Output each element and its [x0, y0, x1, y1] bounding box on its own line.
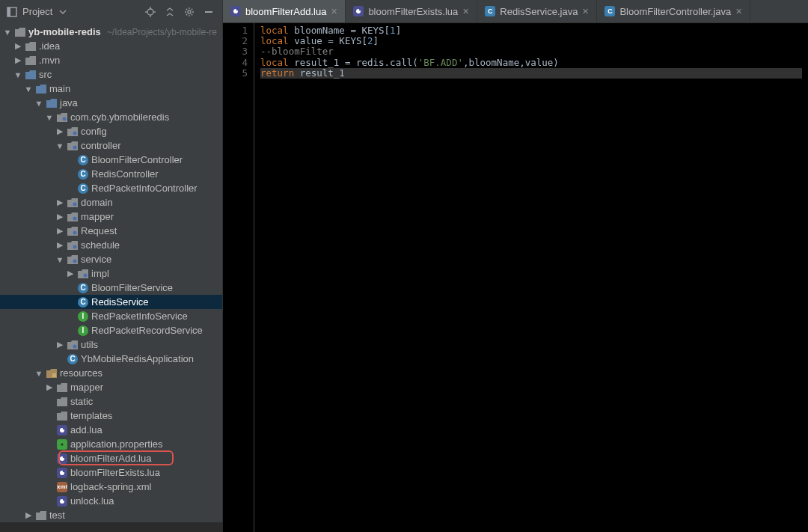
class-icon: C — [78, 169, 88, 180]
chevron-down-icon[interactable] — [57, 6, 69, 18]
tree-item[interactable]: ▼src — [0, 67, 222, 82]
hide-icon[interactable] — [201, 4, 216, 19]
svg-rect-23 — [52, 373, 56, 377]
package-icon — [67, 198, 78, 208]
tree-item[interactable]: ▶impl — [0, 266, 222, 281]
close-tab-icon[interactable]: ✕ — [582, 7, 589, 16]
tree-item[interactable]: CBloomFilterService — [0, 281, 222, 295]
code-editor[interactable]: 12345 local bloomName = KEYS[1]local val… — [223, 23, 808, 532]
tree-item[interactable]: ▼java — [0, 96, 222, 110]
svg-point-20 — [73, 259, 77, 263]
svg-point-7 — [188, 10, 191, 13]
project-title: Project — [22, 6, 52, 17]
tree-item[interactable]: bloomFilterAdd.lua — [0, 451, 222, 465]
collapse-all-icon[interactable] — [162, 4, 177, 19]
tree-item[interactable]: ▶config — [0, 124, 222, 138]
tree-item[interactable]: ▶schedule — [0, 238, 222, 252]
locate-icon[interactable] — [143, 4, 158, 19]
code-line[interactable]: local result_1 = redis.call('BF.ADD',blo… — [260, 58, 802, 68]
tree-item[interactable]: ▶Request — [0, 224, 222, 238]
java-file-icon: C — [605, 6, 615, 16]
close-tab-icon[interactable]: ✕ — [331, 7, 337, 16]
svg-point-31 — [63, 470, 64, 471]
tree-arrow-icon[interactable]: ▶ — [45, 382, 54, 392]
tree-arrow-icon[interactable]: ▶ — [55, 226, 64, 236]
tree-item[interactable]: application.properties — [0, 437, 222, 451]
tree-item[interactable]: IRedPacketRecordService — [0, 323, 222, 337]
project-tree[interactable]: ▼ yb-mobile-redis ~/IdeaProjects/yb-mobi… — [0, 23, 223, 522]
tree-item[interactable]: CBloomFilterController — [0, 153, 222, 167]
code-line[interactable]: return result_1 — [260, 68, 802, 79]
tree-arrow-icon[interactable]: ▼ — [55, 141, 64, 150]
class-icon: C — [67, 354, 78, 364]
editor-tab[interactable]: CBloomFilterController.java✕ — [597, 0, 750, 22]
tree-item[interactable]: ▼service — [0, 252, 222, 266]
tab-label: BloomFilterController.java — [619, 6, 731, 17]
tree-label: mapper — [70, 382, 103, 393]
tree-item[interactable]: ▶.mvn — [0, 53, 222, 67]
gear-icon[interactable] — [182, 4, 197, 19]
tree-label: controller — [81, 140, 120, 151]
code-line[interactable]: local value = KEYS[2] — [260, 36, 802, 46]
tree-arrow-icon[interactable]: ▶ — [24, 510, 33, 520]
editor-tab[interactable]: CRedisService.java✕ — [477, 0, 597, 22]
folder-icon — [46, 98, 57, 108]
tree-arrow-icon[interactable]: ▼ — [34, 369, 43, 378]
editor-tab[interactable]: bloomFilterAdd.lua✕ — [223, 0, 346, 22]
tree-root[interactable]: ▼ yb-mobile-redis ~/IdeaProjects/yb-mobi… — [0, 25, 222, 39]
tree-item[interactable]: ▼com.cyb.ybmobileredis — [0, 110, 222, 124]
interface-icon: I — [78, 311, 88, 322]
tree-item[interactable]: ▼controller — [0, 138, 222, 153]
close-tab-icon[interactable]: ✕ — [462, 7, 469, 16]
tree-item[interactable]: ▶utils — [0, 337, 222, 352]
tree-item[interactable]: bloomFilterExists.lua — [0, 465, 222, 480]
tree-item[interactable]: ▶.idea — [0, 39, 222, 53]
tree-item[interactable]: ▼main — [0, 82, 222, 96]
tree-item[interactable]: ▶mapper — [0, 210, 222, 224]
class-icon: C — [78, 297, 88, 308]
package-icon — [67, 141, 78, 151]
tree-item[interactable]: ▶test — [0, 508, 222, 522]
tree-arrow-icon[interactable]: ▶ — [55, 198, 64, 207]
tree-label: java — [60, 97, 78, 108]
tree-arrow-icon[interactable]: ▶ — [55, 240, 64, 250]
tree-item[interactable]: static — [0, 394, 222, 409]
tree-item[interactable]: unlock.lua — [0, 494, 222, 508]
tree-arrow-icon[interactable]: ▼ — [55, 255, 64, 264]
tree-arrow-icon[interactable]: ▼ — [24, 85, 33, 94]
tree-label: .idea — [39, 40, 60, 52]
lua-file-icon — [57, 453, 67, 464]
class-icon: C — [78, 283, 88, 293]
tree-item[interactable]: templates — [0, 409, 222, 423]
tree-item[interactable]: CRedPacketInfoController — [0, 181, 222, 195]
tree-label: bloomFilterAdd.lua — [70, 453, 151, 464]
tree-arrow-icon[interactable]: ▶ — [66, 269, 75, 278]
tree-item[interactable]: CYbMobileRedisApplication — [0, 352, 222, 366]
tree-arrow-icon[interactable]: ▼ — [13, 70, 22, 79]
tree-arrow-icon[interactable]: ▼ — [45, 113, 54, 122]
tree-label: application.properties — [70, 438, 163, 450]
tree-arrow-icon[interactable]: ▶ — [55, 340, 64, 349]
close-tab-icon[interactable]: ✕ — [735, 7, 742, 16]
tree-arrow-icon[interactable]: ▶ — [13, 55, 22, 65]
tree-item[interactable]: CRedisController — [0, 167, 222, 181]
tree-arrow-icon[interactable]: ▶ — [55, 212, 64, 221]
tree-arrow-icon[interactable]: ▶ — [13, 41, 22, 51]
tree-item[interactable]: add.lua — [0, 423, 222, 437]
xml-file-icon: xml — [57, 482, 67, 492]
code-line[interactable]: local bloomName = KEYS[1] — [260, 25, 802, 36]
tree-item[interactable]: ▶mapper — [0, 380, 222, 394]
code-line[interactable]: --bloomFilter — [260, 46, 802, 57]
tree-label: .mvn — [39, 55, 60, 66]
tree-item[interactable]: xmllogback-spring.xml — [0, 480, 222, 494]
tree-item[interactable]: CRedisService — [0, 295, 222, 309]
editor-content[interactable]: local bloomName = KEYS[1]local value = K… — [254, 23, 808, 532]
project-tool-header: Project — [0, 0, 223, 23]
tree-arrow-icon[interactable]: ▶ — [55, 126, 64, 136]
tree-arrow-icon[interactable]: ▼ — [34, 99, 43, 108]
tree-item[interactable]: IRedPacketInfoService — [0, 309, 222, 323]
tree-item[interactable]: ▼resources — [0, 366, 222, 380]
editor-tab[interactable]: bloomFilterExists.lua✕ — [346, 0, 477, 22]
tree-label: config — [81, 126, 107, 137]
tree-item[interactable]: ▶domain — [0, 195, 222, 210]
